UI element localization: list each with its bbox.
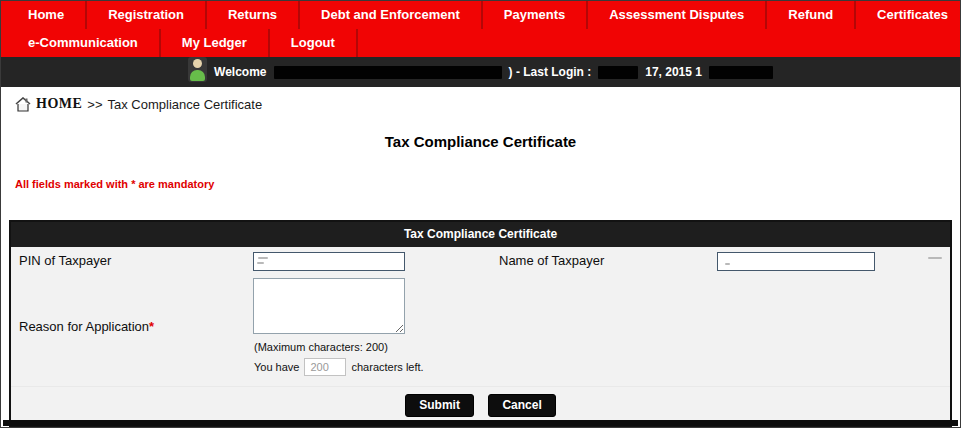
- characters-left-input[interactable]: [304, 358, 346, 376]
- redacted-login-time: [709, 66, 773, 79]
- person-avatar-icon: [188, 57, 207, 82]
- nav-item-logout[interactable]: Logout: [270, 29, 358, 57]
- name-of-taxpayer-label: Name of Taxpayer: [491, 253, 713, 268]
- page-title: Tax Compliance Certificate: [1, 133, 960, 150]
- nav-item-e-communication[interactable]: e-Communication: [7, 29, 161, 57]
- nav-item-home[interactable]: Home: [7, 1, 87, 29]
- counter-suffix: characters left.: [351, 361, 423, 373]
- characters-left-line: You have characters left.: [254, 358, 424, 376]
- pin-of-taxpayer-label: PIN of Taxpayer: [11, 253, 249, 268]
- nav-item-returns[interactable]: Returns: [207, 1, 300, 29]
- nav-item-debt-and-enforcement[interactable]: Debt and Enforcement: [300, 1, 483, 29]
- footer-strip: [3, 420, 958, 426]
- name-input-wrap: [717, 251, 950, 271]
- home-icon: [15, 97, 31, 112]
- form-row-pin-name: PIN of Taxpayer Name of Taxpayer: [11, 247, 950, 276]
- max-characters-note: (Maximum characters: 200): [254, 341, 388, 353]
- welcome-bar: Welcome ) - Last Login : 17, 2015 1: [1, 57, 960, 87]
- redacted-pin-value: [258, 257, 268, 259]
- welcome-text: Welcome: [214, 65, 266, 79]
- name-of-taxpayer-input[interactable]: [717, 252, 875, 271]
- nav-item-refund[interactable]: Refund: [767, 1, 856, 29]
- redacted-name-value: [928, 257, 942, 259]
- nav-item-my-ledger[interactable]: My Ledger: [161, 29, 270, 57]
- nav-item-assessment-disputes[interactable]: Assessment Disputes: [588, 1, 767, 29]
- breadcrumb-home-link[interactable]: HOME: [36, 96, 82, 112]
- last-login-label: ) - Last Login :: [509, 65, 592, 79]
- breadcrumb-current-page: Tax Compliance Certificate: [108, 97, 263, 112]
- reason-for-application-label: Reason for Application*: [11, 319, 249, 334]
- breadcrumb-separator: >>: [87, 97, 102, 112]
- mandatory-fields-note: All fields marked with * are mandatory: [15, 178, 960, 190]
- counter-prefix: You have: [254, 361, 299, 373]
- nav-row-1: Home Registration Returns Debt and Enfor…: [1, 1, 960, 29]
- tax-compliance-form: Tax Compliance Certificate PIN of Taxpay…: [9, 220, 952, 428]
- pin-of-taxpayer-input[interactable]: [253, 252, 405, 271]
- last-login-date: 17, 2015 1: [645, 65, 702, 79]
- breadcrumb: HOME >> Tax Compliance Certificate: [15, 96, 960, 112]
- redacted-username: [274, 66, 502, 79]
- pin-input-wrap: [253, 251, 491, 271]
- nav-item-registration[interactable]: Registration: [87, 1, 207, 29]
- nav-row-2: e-Communication My Ledger Logout: [1, 29, 960, 57]
- reason-for-application-textarea[interactable]: [253, 278, 405, 334]
- cancel-button[interactable]: Cancel: [488, 394, 555, 417]
- nav-item-certificates[interactable]: Certificates: [856, 1, 961, 29]
- form-section-header: Tax Compliance Certificate: [11, 222, 950, 247]
- nav-item-payments[interactable]: Payments: [483, 1, 588, 29]
- reason-field-stack: (Maximum characters: 200) You have chara…: [249, 278, 950, 376]
- main-navigation: Home Registration Returns Debt and Enfor…: [1, 1, 960, 57]
- form-row-reason: Reason for Application* (Maximum charact…: [11, 276, 950, 386]
- submit-button[interactable]: Submit: [405, 394, 474, 417]
- redacted-login-month: [598, 66, 638, 79]
- required-asterisk: *: [149, 319, 154, 334]
